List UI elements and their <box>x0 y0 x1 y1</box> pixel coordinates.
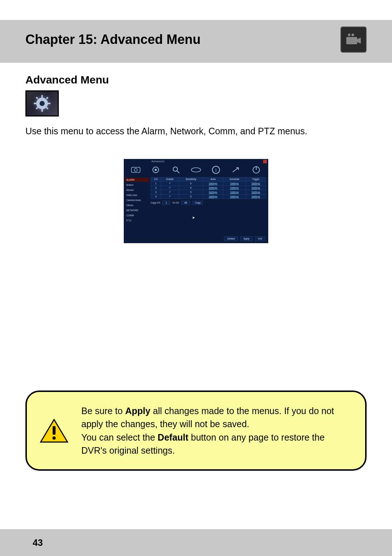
sidebar-item-ptz: P.T.Z <box>125 218 149 222</box>
table-row: 3 ✓ 5 Settings Settings Settings <box>151 190 266 194</box>
footer-bar: 43 <box>0 529 392 556</box>
close-icon <box>263 160 267 163</box>
cell-ch: 2 <box>151 185 161 190</box>
copy-button: Copy <box>192 201 203 205</box>
col-schedule: Schedule <box>223 177 246 181</box>
col-sensitivity: Sensitivity <box>179 177 203 181</box>
cell-schedule: Settings <box>223 181 246 185</box>
cell-enable: ✓ <box>161 181 179 185</box>
svg-point-2 <box>348 34 351 36</box>
cell-area: Settings <box>203 181 223 185</box>
callout-paragraph-2: You can select the Default button on any… <box>81 431 350 457</box>
cell-sens: 5 <box>179 185 203 190</box>
cursor-icon: ➤ <box>192 216 195 220</box>
exit-button: Exit <box>255 236 265 241</box>
svg-rect-8 <box>48 103 50 104</box>
svg-point-15 <box>134 168 137 171</box>
svg-point-20 <box>191 168 201 172</box>
copy-row: Copy CH 1 To CH All Copy <box>151 201 266 205</box>
dvr-table: CH Enable Sensitivity Area Schedule Trig… <box>151 177 266 205</box>
dvr-window-title: Advanced <box>151 160 164 163</box>
tab-icon-info: i <box>208 164 224 176</box>
svg-point-3 <box>352 34 354 36</box>
col-trigger: Trigger <box>246 177 266 181</box>
warning-icon <box>40 419 68 447</box>
callout-text: You can select the <box>81 432 158 442</box>
content-area: Advanced Menu Use this menu to access th… <box>0 63 392 243</box>
cell-sens: 5 <box>179 181 203 185</box>
svg-rect-26 <box>53 426 56 435</box>
cell-schedule: Settings <box>223 185 246 190</box>
svg-rect-7 <box>34 103 37 104</box>
svg-rect-5 <box>41 95 43 98</box>
tab-icon-disk <box>188 164 204 176</box>
svg-rect-6 <box>41 109 43 112</box>
table-row: 4 ✓ 5 Settings Settings Settings <box>151 194 266 199</box>
sidebar-item-network: NETWORK <box>125 208 149 212</box>
col-area: Area <box>203 177 223 181</box>
svg-rect-11 <box>46 97 48 99</box>
cell-area: Settings <box>203 190 223 194</box>
chapter-title: Chapter 15: Advanced Menu <box>25 32 201 47</box>
tab-icon-power <box>248 164 265 176</box>
copy-to: All <box>181 201 190 205</box>
cell-sens: 5 <box>179 194 203 199</box>
sidebar-item-others: Others <box>125 203 149 207</box>
cell-enable: ✓ <box>161 185 179 190</box>
cell-area: Settings <box>203 185 223 190</box>
col-enable: Enable <box>161 177 179 181</box>
callout-text: Be sure to <box>81 406 125 416</box>
copy-label: Copy CH <box>151 201 160 204</box>
apply-button: Apply <box>240 236 253 241</box>
intro-text: Use this menu to access the Alarm, Netwo… <box>25 125 367 137</box>
top-margin <box>0 0 392 20</box>
page-number: 43 <box>33 537 43 548</box>
svg-rect-14 <box>131 167 140 172</box>
cell-sens: 5 <box>179 190 203 194</box>
callout-bold-apply: Apply <box>125 406 150 416</box>
cell-ch: 1 <box>151 181 161 185</box>
chapter-banner: Chapter 15: Advanced Menu <box>0 20 392 63</box>
table-header-row: CH Enable Sensitivity Area Schedule Trig… <box>151 177 266 181</box>
svg-line-19 <box>177 171 179 173</box>
gear-icon <box>25 90 59 116</box>
svg-rect-9 <box>36 97 38 99</box>
tab-icon-gear <box>147 164 164 176</box>
copy-from: 1 <box>162 201 170 205</box>
svg-marker-1 <box>357 38 361 44</box>
sidebar-item-comm: COMM <box>125 213 149 217</box>
svg-text:i: i <box>215 167 217 173</box>
col-ch: CH <box>151 177 161 181</box>
cell-trigger: Settings <box>246 194 266 199</box>
sidebar-item-sensor: Sensor <box>125 188 149 192</box>
cell-ch: 3 <box>151 190 161 194</box>
cell-enable: ✓ <box>161 194 179 199</box>
cell-trigger: Settings <box>246 190 266 194</box>
tab-icon-search <box>168 164 184 176</box>
dvr-top-tabs: i <box>127 164 265 176</box>
callout-bold-default: Default <box>158 432 188 442</box>
cell-ch: 4 <box>151 194 161 199</box>
cell-area: Settings <box>203 194 223 199</box>
table-row: 1 ✓ 5 Settings Settings Settings <box>151 181 266 185</box>
cell-trigger: Settings <box>246 185 266 190</box>
cell-schedule: Settings <box>223 190 246 194</box>
sidebar-item-alarm: ALARM <box>125 178 149 182</box>
default-button: Default <box>224 236 238 241</box>
table-row: 2 ✓ 5 Settings Settings Settings <box>151 185 266 190</box>
dvr-footer-buttons: Default Apply Exit <box>224 236 265 241</box>
tab-icon-1 <box>127 164 144 176</box>
svg-point-17 <box>155 169 157 171</box>
sidebar-item-motion: Motion <box>125 183 149 187</box>
section-heading: Advanced Menu <box>25 74 367 86</box>
sidebar-item-camerablock: Camera block <box>125 198 149 202</box>
dvr-screenshot: Advanced i A <box>124 159 268 243</box>
dvr-sidebar: ALARM Motion Sensor Video loss Camera bl… <box>125 178 149 222</box>
warning-callout: Be sure to Apply all changes made to the… <box>25 391 367 471</box>
copy-to-label: To CH <box>172 201 179 204</box>
camera-icon <box>340 26 367 53</box>
cell-schedule: Settings <box>223 194 246 199</box>
tab-icon-arrow <box>228 164 244 176</box>
sidebar-item-videoloss: Video loss <box>125 193 149 197</box>
svg-point-27 <box>53 437 56 440</box>
